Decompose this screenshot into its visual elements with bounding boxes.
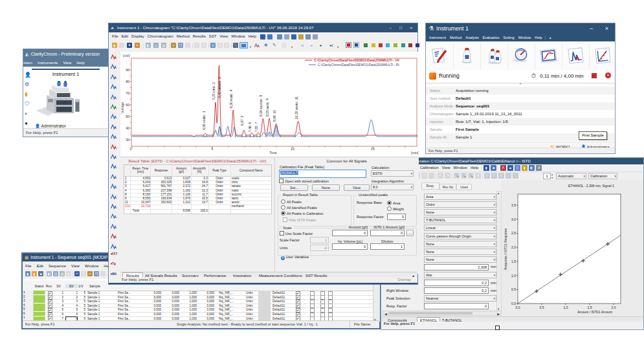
svg-text:0,5: 0,5 <box>511 287 516 291</box>
svg-text:8,55 lactic 9: 8,55 lactic 9 <box>265 98 269 116</box>
svg-text:1,5: 1,5 <box>588 305 592 309</box>
svg-text:0,5: 0,5 <box>540 305 544 309</box>
svg-text:5: 5 <box>212 147 214 151</box>
svg-text:[min]: [min] <box>411 151 419 155</box>
svg-text:10,35 acetic 11: 10,35 acetic 11 <box>294 96 298 119</box>
svg-text:C:\ClarityChrom\DataFiles\DEMO: C:\ClarityChrom\DataFiles\DEMO1\Data\250… <box>318 63 399 67</box>
svg-text:50: 50 <box>126 115 129 118</box>
svg-text:1,0: 1,0 <box>511 274 516 278</box>
svg-text:15: 15 <box>371 147 375 151</box>
svg-text:2,0: 2,0 <box>612 305 616 309</box>
svg-text:90: 90 <box>126 68 129 72</box>
svg-text:2,5: 2,5 <box>511 231 516 235</box>
svg-text:70: 70 <box>126 91 129 95</box>
svg-text:8,16 succinc 8: 8,16 succinc 8 <box>259 94 263 116</box>
svg-text:Response / ISTD1 Response: Response / ISTD1 Response <box>504 228 507 270</box>
svg-text:Voltage: Voltage <box>120 102 124 113</box>
svg-text:80: 80 <box>126 80 129 83</box>
svg-text:Time: Time <box>269 151 276 155</box>
svg-text:Amount / ISTD1 Amount: Amount / ISTD1 Amount <box>577 310 613 314</box>
svg-text:1,5: 1,5 <box>511 260 516 263</box>
svg-text:0: 0 <box>130 147 132 151</box>
svg-text:4,56 oxalic 1: 4,56 oxalic 1 <box>202 111 206 130</box>
svg-text:2,0: 2,0 <box>511 245 516 249</box>
svg-text:0,0: 0,0 <box>516 305 520 309</box>
svg-text:7,85 7: 7,85 7 <box>254 122 258 132</box>
svg-text:10: 10 <box>291 147 294 151</box>
svg-text:5,20 citric 2: 5,20 citric 2 <box>212 82 216 100</box>
svg-text:3,5: 3,5 <box>511 203 516 207</box>
svg-text:6,97 5: 6,97 5 <box>240 115 244 126</box>
svg-text:[mV]: [mV] <box>123 54 130 58</box>
svg-text:40: 40 <box>126 126 129 130</box>
svg-text:ETHANOL - 2,308 min, Signal 1: ETHANOL - 2,308 min, Signal 1 <box>568 184 614 188</box>
svg-text:3,0: 3,0 <box>511 217 516 221</box>
svg-text:8,98 10: 8,98 10 <box>272 110 276 122</box>
svg-text:7,46 6: 7,46 6 <box>248 122 252 132</box>
svg-text:5,42 tartaric 3: 5,42 tartaric 3 <box>217 77 221 98</box>
svg-text:30: 30 <box>126 138 129 142</box>
svg-text:60: 60 <box>126 103 129 107</box>
svg-text:6,30 malic 4: 6,30 malic 4 <box>229 89 233 108</box>
svg-text:C:\ClarityChrom\DataFiles\DEMO: C:\ClarityChrom\DataFiles\DEMO1\Data\250… <box>314 58 400 62</box>
svg-text:1,0: 1,0 <box>564 305 568 309</box>
